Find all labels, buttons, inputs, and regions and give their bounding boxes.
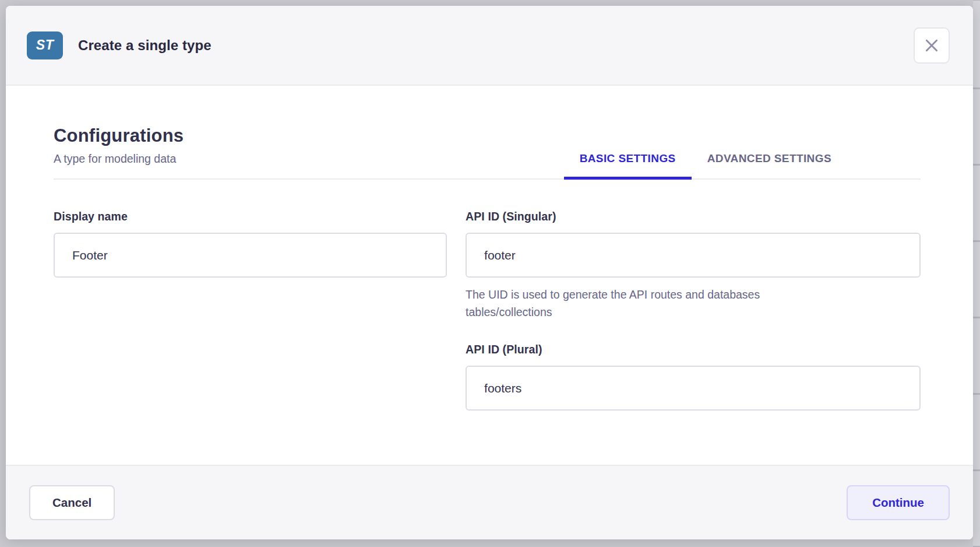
cancel-button[interactable]: Cancel [29, 485, 115, 520]
modal-footer: Cancel Continue [6, 465, 973, 539]
api-id-singular-field-group: API ID (Singular) The UID is used to gen… [466, 210, 921, 321]
form-column-left: Display name [54, 210, 447, 411]
api-id-plural-field-group: API ID (Plural) [466, 343, 921, 411]
configurations-titles: Configurations A type for modeling data [54, 125, 184, 178]
api-id-plural-input[interactable] [466, 366, 921, 411]
backdrop-page-rows [973, 0, 980, 547]
create-single-type-modal: ST Create a single type Configurations A… [6, 6, 973, 539]
close-button[interactable] [914, 27, 950, 64]
api-id-singular-hint: The UID is used to generate the API rout… [466, 286, 838, 321]
form-column-right: API ID (Singular) The UID is used to gen… [466, 210, 921, 411]
close-icon [924, 38, 939, 53]
api-id-plural-label: API ID (Plural) [466, 343, 921, 356]
configurations-form: Display name API ID (Singular) The UID i… [54, 210, 921, 411]
display-name-label: Display name [54, 210, 447, 223]
modal-title: Create a single type [78, 37, 211, 54]
display-name-field-group: Display name [54, 210, 447, 278]
continue-button[interactable]: Continue [847, 485, 950, 520]
tab-advanced-settings[interactable]: ADVANCED SETTINGS [692, 142, 847, 180]
display-name-input[interactable] [54, 233, 447, 278]
settings-tabs: BASIC SETTINGS ADVANCED SETTINGS [564, 142, 847, 178]
tab-basic-settings[interactable]: BASIC SETTINGS [564, 142, 692, 180]
page-title: Configurations [54, 125, 184, 146]
modal-body: Configurations A type for modeling data … [6, 86, 973, 465]
modal-header: ST Create a single type [6, 6, 973, 86]
api-id-singular-input[interactable] [466, 233, 921, 278]
configurations-header-row: Configurations A type for modeling data … [54, 125, 921, 180]
page-subtitle: A type for modeling data [54, 152, 184, 166]
single-type-badge-icon: ST [27, 31, 63, 59]
api-id-singular-label: API ID (Singular) [466, 210, 921, 223]
single-type-badge-label: ST [36, 37, 54, 53]
